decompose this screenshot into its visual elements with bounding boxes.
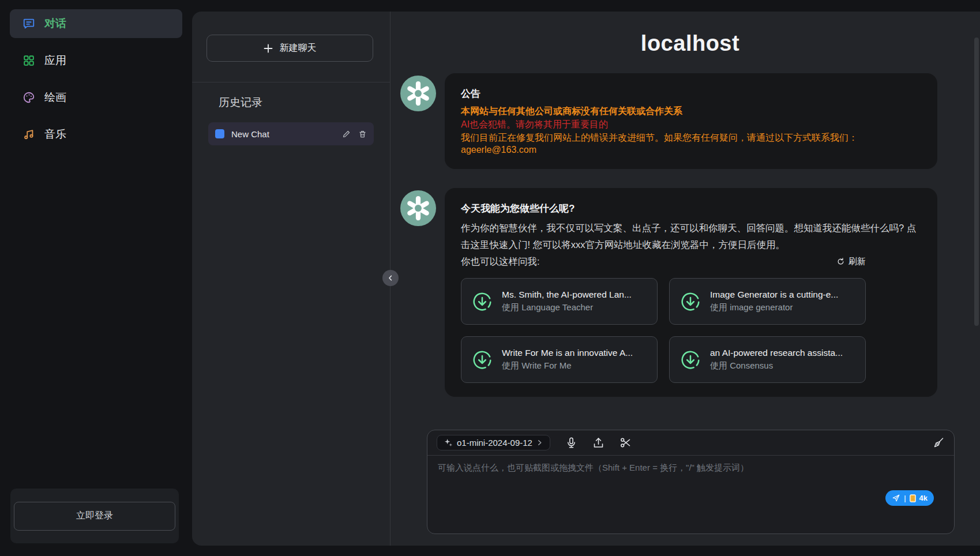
history-item[interactable]: New Chat (208, 122, 374, 145)
microphone-button[interactable] (565, 437, 577, 449)
suggestion-card[interactable]: Write For Me is an innovative A... 使用 Wr… (461, 336, 658, 383)
new-chat-button[interactable]: 新建聊天 (206, 35, 373, 62)
message-welcome: 今天我能为您做些什么呢? 作为你的智慧伙伴，我不仅可以写文案、出点子，还可以和你… (400, 188, 980, 397)
suggestion-subtitle: 使用 Consensus (710, 360, 843, 371)
announcement-notice: 我们目前正在修复我们网站上的错误并改进细节。如果您有任何疑问，请通过以下方式联系… (461, 132, 921, 144)
suggestion-subtitle: 使用 Language Teacher (502, 302, 632, 313)
login-button[interactable]: 立即登录 (14, 502, 175, 531)
assistant-avatar (400, 190, 436, 226)
token-count: 4k (919, 494, 928, 502)
welcome-body: 作为你的智慧伙伴，我不仅可以写文案、出点子，还可以和你聊天、回答问题。想知道我还… (461, 220, 921, 253)
upload-icon (592, 437, 604, 449)
composer: o1-mini-2024-09-12 (427, 430, 955, 534)
download-circle-icon (680, 350, 701, 370)
openai-logo-icon (405, 81, 431, 106)
suggestion-title: an AI-powered research assista... (710, 348, 843, 358)
collapse-sidebar-button[interactable] (382, 270, 399, 286)
download-circle-icon (472, 291, 493, 312)
send-button[interactable]: | 4k (885, 490, 934, 506)
suggestion-card[interactable]: Ms. Smith, the AI-powered Lan... 使用 Lang… (461, 278, 658, 325)
suggestion-subtitle: 使用 Write For Me (502, 360, 633, 371)
ask-hint: 你也可以这样问我: (461, 253, 540, 270)
app-window: 对话 应用 绘画 (0, 0, 980, 556)
announcement-bubble: 公告 本网站与任何其他公司或商标没有任何关联或合作关系 AI也会犯错。请勿将其用… (445, 73, 937, 169)
message-announcement: 公告 本网站与任何其他公司或商标没有任何关联或合作关系 AI也会犯错。请勿将其用… (400, 73, 980, 169)
download-circle-icon (472, 350, 493, 370)
assistant-avatar (400, 76, 436, 111)
ask-row: 你也可以这样问我: 刷新 (461, 253, 866, 270)
sidebar-item-chat[interactable]: 对话 (10, 9, 182, 38)
openai-logo-icon (405, 196, 431, 221)
broom-icon (933, 437, 945, 449)
announcement-title: 公告 (461, 87, 921, 100)
chat-icon (22, 17, 35, 30)
grid-icon (22, 54, 35, 67)
chat-color-icon (215, 129, 224, 138)
suggestion-card[interactable]: Image Generator is a cutting-e... 使用 ima… (669, 278, 866, 325)
suggestion-subtitle: 使用 image generator (710, 302, 838, 313)
screenshot-button[interactable] (619, 437, 632, 449)
sidebar-item-music[interactable]: 音乐 (10, 120, 182, 149)
announcement-warning: AI也会犯错。请勿将其用于重要目的 (461, 118, 921, 131)
sidebar-item-drawing[interactable]: 绘画 (10, 83, 182, 112)
sidebar-item-label: 应用 (44, 53, 66, 68)
chevron-right-icon (536, 439, 543, 446)
contact-email-link[interactable]: ageerle@163.com (461, 145, 536, 155)
announcement-disclaimer: 本网站与任何其他公司或商标没有任何关联或合作关系 (461, 105, 921, 118)
sidebar-item-label: 对话 (44, 16, 66, 31)
suggestion-card[interactable]: an AI-powered research assista... 使用 Con… (669, 336, 866, 383)
upload-button[interactable] (592, 437, 604, 449)
send-plane-icon (892, 494, 900, 502)
scrollbar-thumb[interactable] (974, 37, 979, 326)
edit-icon[interactable] (342, 130, 351, 138)
plus-icon (264, 44, 273, 53)
suggestion-title: Ms. Smith, the AI-powered Lan... (502, 290, 632, 300)
message-input[interactable] (438, 463, 944, 527)
suggestion-title: Write For Me is an innovative A... (502, 348, 633, 358)
clear-chat-button[interactable] (933, 437, 945, 449)
page-title: localhost (400, 31, 980, 56)
sidebar: 对话 应用 绘画 (0, 0, 192, 556)
main-panel: 新建聊天 历史记录 New Chat (192, 12, 980, 546)
delete-icon[interactable] (358, 130, 367, 138)
suggestion-grid: Ms. Smith, the AI-powered Lan... 使用 Lang… (461, 278, 921, 383)
microphone-icon (565, 437, 577, 449)
composer-input-area (427, 456, 954, 534)
model-label: o1-mini-2024-09-12 (457, 438, 532, 448)
login-card: 立即登录 (10, 489, 179, 543)
sidebar-item-label: 音乐 (44, 127, 66, 142)
history-item-title: New Chat (231, 129, 335, 139)
new-chat-label: 新建聊天 (280, 42, 317, 54)
chat-list: 新建聊天 历史记录 New Chat (192, 12, 391, 546)
welcome-title: 今天我能为您做些什么呢? (461, 202, 921, 215)
download-circle-icon (680, 291, 701, 312)
sidebar-item-label: 绘画 (44, 90, 66, 105)
chevron-left-icon (386, 274, 395, 282)
suggestion-title: Image Generator is a cutting-e... (710, 290, 838, 300)
palette-icon (22, 91, 35, 104)
history-title: 历史记录 (219, 95, 262, 110)
refresh-icon (836, 257, 845, 266)
refresh-button[interactable]: 刷新 (836, 256, 866, 267)
token-coin-icon (910, 494, 916, 502)
composer-toolbar: o1-mini-2024-09-12 (427, 430, 954, 456)
scissors-icon (619, 437, 632, 449)
history-item-actions (342, 130, 367, 138)
divider (192, 82, 390, 82)
chat-area: localhost (391, 12, 980, 546)
model-selector[interactable]: o1-mini-2024-09-12 (437, 435, 550, 450)
welcome-bubble: 今天我能为您做些什么呢? 作为你的智慧伙伴，我不仅可以写文案、出点子，还可以和你… (445, 188, 937, 397)
music-icon (22, 128, 35, 141)
sparkle-icon (444, 438, 453, 447)
sidebar-item-apps[interactable]: 应用 (10, 46, 182, 75)
